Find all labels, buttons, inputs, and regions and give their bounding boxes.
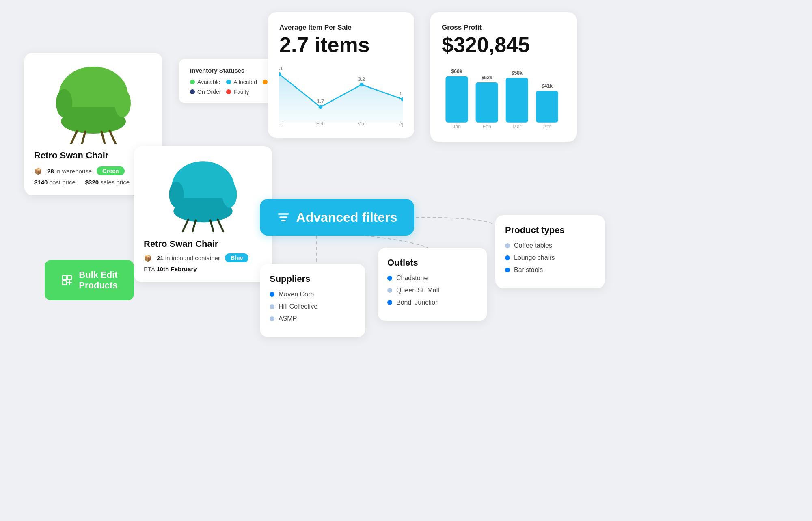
dot-faulty xyxy=(226,89,231,94)
dot-lounge xyxy=(505,255,510,260)
dot-queen xyxy=(387,288,392,293)
canvas: Retro Swan Chair 📦 28 in warehouse Green… xyxy=(0,0,812,521)
svg-text:$41k: $41k xyxy=(542,83,553,89)
product1-warehouse-count: 28 in warehouse xyxy=(47,168,92,175)
svg-text:4.1: 4.1 xyxy=(279,66,283,71)
dot-asmp xyxy=(270,316,274,321)
svg-rect-2 xyxy=(69,107,118,125)
product2-color-badge: Blue xyxy=(225,253,248,262)
filter-icon xyxy=(277,211,290,224)
type-bar: Bar stools xyxy=(505,266,595,274)
product1-color-badge: Green xyxy=(97,166,124,175)
suppliers-title: Suppliers xyxy=(270,274,356,284)
product-card-blue: Retro Swan Chair 📦 21 in inbound contain… xyxy=(134,146,272,282)
svg-rect-40 xyxy=(536,91,558,123)
svg-text:$58k: $58k xyxy=(512,70,523,76)
svg-rect-34 xyxy=(476,82,498,123)
svg-text:1.7: 1.7 xyxy=(317,99,324,104)
svg-text:Apr: Apr xyxy=(543,124,551,130)
svg-line-7 xyxy=(82,132,85,144)
avg-sale-value: 2.7 items xyxy=(279,33,403,56)
svg-text:Feb: Feb xyxy=(483,124,491,130)
dot-bar xyxy=(505,268,510,272)
dot-hill xyxy=(270,304,274,309)
svg-rect-37 xyxy=(506,78,528,123)
green-chair-svg xyxy=(49,63,138,144)
box-icon: 📦 xyxy=(34,167,42,175)
avg-sale-card: Average Item Per Sale 2.7 items 4.1 1.7 xyxy=(268,12,414,138)
svg-line-15 xyxy=(218,220,223,231)
svg-point-4 xyxy=(114,89,131,117)
gross-profit-bar-chart: $60k Jan $52k Feb $58k Mar $41k Apr xyxy=(442,63,565,132)
svg-line-5 xyxy=(71,131,77,144)
inv-allocated: Allocated xyxy=(226,79,261,85)
product1-sales: $320 sales price xyxy=(85,179,130,186)
svg-text:Jan: Jan xyxy=(453,124,461,130)
dot-coffee xyxy=(505,243,510,248)
svg-line-14 xyxy=(183,220,188,231)
svg-line-17 xyxy=(210,221,213,231)
dot-on-order xyxy=(190,89,195,94)
dot-chadstone xyxy=(387,276,392,281)
svg-point-20 xyxy=(319,105,323,109)
type-coffee: Coffee tables xyxy=(505,242,595,249)
svg-text:Mar: Mar xyxy=(357,121,366,127)
dot-allocated xyxy=(226,80,231,84)
inv-faulty: Faulty xyxy=(226,89,261,95)
svg-text:$60k: $60k xyxy=(451,69,462,74)
product2-name: Retro Swan Chair xyxy=(144,239,262,249)
svg-text:Mar: Mar xyxy=(513,124,521,130)
svg-text:$52k: $52k xyxy=(481,75,492,81)
svg-point-21 xyxy=(360,83,364,87)
inv-available: Available xyxy=(190,79,225,85)
product-types-title: Product types xyxy=(505,225,595,236)
product1-cost: $140 cost price xyxy=(34,179,76,186)
inv-on-order: On Order xyxy=(190,89,225,95)
advanced-filters-label: Advanced filters xyxy=(296,210,397,225)
outlets-card: Outlets Chadstone Queen St. Mall Bondi J… xyxy=(378,248,487,321)
svg-text:1.9: 1.9 xyxy=(399,91,403,97)
type-lounge: Lounge chairs xyxy=(505,254,595,262)
avg-line-chart: 4.1 1.7 3.2 1.9 Jan Feb Mar Apr xyxy=(279,63,403,128)
box-icon-2: 📦 xyxy=(144,254,152,262)
avg-sale-title: Average Item Per Sale xyxy=(279,24,403,32)
suppliers-card: Suppliers Maven Corp Hill Collective ASM… xyxy=(260,264,365,337)
outlets-title: Outlets xyxy=(387,257,477,268)
svg-text:Feb: Feb xyxy=(316,121,325,127)
outlet-chadstone: Chadstone xyxy=(387,275,477,282)
supplier-hill: Hill Collective xyxy=(270,303,356,310)
advanced-filters-button[interactable]: Advanced filters xyxy=(260,199,414,236)
outlet-queen: Queen St. Mall xyxy=(387,287,477,294)
product2-eta: ETA 10th February xyxy=(144,266,262,272)
supplier-maven: Maven Corp xyxy=(270,291,356,298)
bulk-edit-button[interactable]: Bulk EditProducts xyxy=(45,260,134,300)
svg-rect-44 xyxy=(68,276,72,280)
svg-line-6 xyxy=(110,131,116,144)
product-types-card: Product types Coffee tables Lounge chair… xyxy=(495,215,605,288)
svg-line-16 xyxy=(193,221,196,231)
dot-maven xyxy=(270,292,274,297)
supplier-asmp: ASMP xyxy=(270,315,356,322)
svg-text:Apr: Apr xyxy=(399,121,403,127)
svg-point-3 xyxy=(56,89,72,117)
gross-profit-card: Gross Profit $320,845 $60k Jan $52k Feb … xyxy=(430,12,577,142)
dot-in-transit xyxy=(263,80,268,84)
product2-container-row: 📦 21 in inbound container Blue xyxy=(144,253,262,262)
svg-text:3.2: 3.2 xyxy=(358,76,365,82)
svg-rect-45 xyxy=(63,281,67,285)
svg-rect-43 xyxy=(63,276,67,280)
gross-profit-title: Gross Profit xyxy=(442,24,565,32)
chair-image-blue xyxy=(162,156,244,233)
svg-point-12 xyxy=(169,182,184,208)
chair-image-green xyxy=(49,63,138,144)
svg-point-13 xyxy=(222,182,237,208)
edit-icon xyxy=(61,274,73,286)
svg-rect-11 xyxy=(181,198,225,215)
outlet-bondi: Bondi Junction xyxy=(387,299,477,306)
svg-rect-31 xyxy=(446,76,468,123)
bulk-edit-label: Bulk EditProducts xyxy=(79,270,117,291)
svg-line-8 xyxy=(102,132,105,144)
blue-chair-svg xyxy=(162,156,244,233)
dot-available xyxy=(190,80,195,84)
svg-marker-18 xyxy=(279,74,403,123)
